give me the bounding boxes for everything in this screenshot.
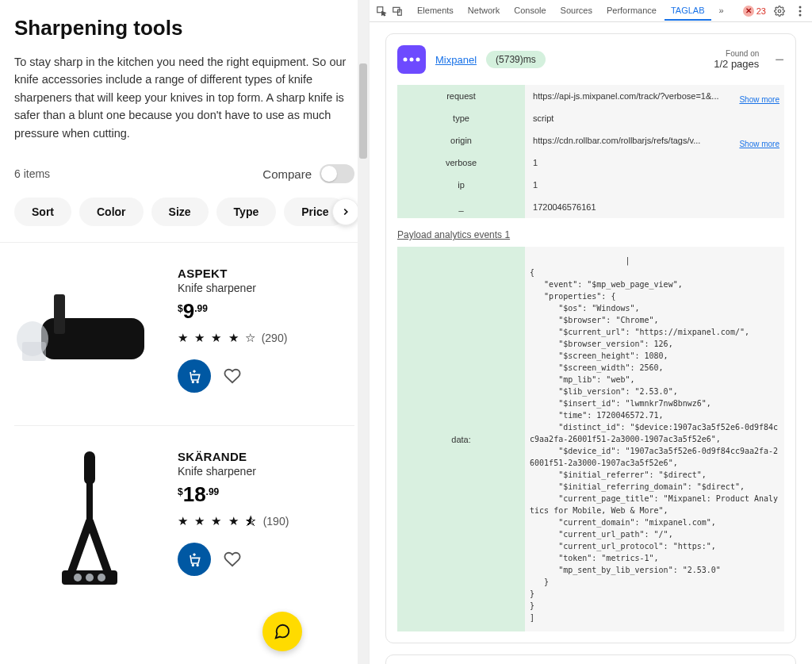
payload-events-link[interactable]: Payload analytics events 1 — [397, 229, 510, 240]
review-count: (190) — [263, 515, 289, 528]
tab-sources[interactable]: Sources — [554, 2, 599, 21]
favorite-button[interactable] — [222, 549, 243, 570]
timing-badge: (5739)ms — [486, 51, 546, 68]
tab-elements[interactable]: Elements — [411, 2, 460, 21]
product-price: $ 18 .99 — [178, 484, 354, 505]
product-card: SKÄRANDE Knife sharpener $ 18 .99 ★ ★ ★ … — [14, 426, 354, 608]
star-rating: ★ ★ ★ ★ ☆ — [178, 331, 257, 345]
compare-label: Compare — [262, 167, 312, 181]
device-toggle-icon[interactable] — [390, 4, 404, 18]
devtools-toolbar: Elements Network Console Sources Perform… — [370, 0, 812, 22]
compare-toggle[interactable] — [320, 164, 354, 183]
svg-point-9 — [74, 574, 82, 581]
page-description: To stay sharp in the kitchen you need th… — [14, 53, 354, 142]
svg-point-13 — [197, 565, 198, 566]
star-rating: ★ ★ ★ ★ ⯪ — [178, 514, 259, 528]
tracker-card-ga4: GA4 - G-6NLLN3BJ6F - page_view (5761)ms … — [385, 654, 796, 664]
table-row: typescript — [397, 107, 784, 129]
svg-point-4 — [193, 382, 194, 383]
heart-icon — [224, 551, 241, 568]
add-to-cart-button[interactable] — [178, 543, 211, 576]
show-more-link[interactable]: Show more — [739, 140, 779, 148]
show-more-link[interactable]: Show more — [739, 95, 779, 104]
tracker-card-mixpanel: Mixpanel (5739)ms Found on 1/2 pages − r… — [385, 33, 796, 643]
favorite-button[interactable] — [222, 366, 243, 386]
sharpener-vertical-icon — [30, 442, 149, 593]
tab-performance[interactable]: Performance — [600, 2, 663, 21]
product-image[interactable] — [14, 259, 165, 409]
svg-point-12 — [193, 565, 194, 566]
product-card: ASPEKT Knife sharpener $ 9 .99 ★ ★ ★ ★ ☆… — [14, 243, 354, 426]
item-count: 6 items — [14, 167, 50, 180]
product-subtitle: Knife sharpener — [178, 282, 354, 294]
error-icon: ✕ — [743, 6, 754, 17]
svg-point-20 — [799, 13, 802, 16]
mixpanel-icon — [397, 45, 426, 74]
add-to-cart-button[interactable] — [178, 359, 211, 393]
tab-taglab[interactable]: TAGLAB — [665, 2, 711, 21]
chat-button[interactable] — [262, 612, 302, 651]
cart-plus-icon — [186, 368, 202, 384]
svg-rect-3 — [22, 342, 46, 361]
chat-icon — [274, 623, 291, 640]
product-price: $ 9 .99 — [178, 301, 354, 321]
devtools-body: Mixpanel (5739)ms Found on 1/2 pages − r… — [370, 22, 812, 664]
more-icon[interactable] — [793, 4, 807, 18]
pages-count: 1/2 pages — [714, 58, 759, 70]
payload-row: data: | { "event": "$mp_web_page_view", … — [397, 247, 784, 631]
collapse-button[interactable]: − — [775, 51, 784, 69]
review-count: (290) — [262, 332, 288, 344]
product-name[interactable]: ASPEKT — [178, 267, 354, 280]
cart-plus-icon — [186, 551, 202, 567]
svg-point-22 — [410, 58, 414, 62]
request-info-table: requesthttps://api-js.mixpanel.com/track… — [397, 85, 784, 218]
svg-rect-6 — [84, 451, 95, 485]
card-title[interactable]: Mixpanel — [435, 54, 477, 66]
sharpener-horizontal-icon — [14, 286, 165, 382]
filter-row: Sort Color Size Type Price — [14, 198, 354, 226]
settings-icon[interactable] — [772, 4, 787, 18]
product-subtitle: Knife sharpener — [178, 465, 354, 478]
tabs-overflow[interactable]: » — [713, 2, 730, 21]
table-row: originhttps://cdn.rollbar.com/rollbarjs/… — [397, 129, 784, 152]
table-row: ip1 — [397, 174, 784, 196]
payload-json: | { "event": "$mp_web_page_view", "prope… — [525, 247, 784, 631]
error-count-badge[interactable]: ✕ 23 — [743, 6, 766, 17]
svg-point-10 — [86, 574, 94, 581]
svg-point-21 — [404, 58, 408, 62]
table-row: requesthttps://api-js.mixpanel.com/track… — [397, 85, 784, 107]
found-on-label: Found on — [714, 49, 759, 58]
filter-color[interactable]: Color — [79, 198, 144, 226]
heart-icon — [224, 367, 241, 385]
table-row: verbose1 — [397, 152, 784, 174]
filter-sort[interactable]: Sort — [14, 198, 71, 226]
svg-point-18 — [799, 6, 802, 8]
devtools-pane: Elements Network Console Sources Perform… — [370, 0, 812, 664]
scrollbar[interactable] — [358, 0, 369, 664]
filter-size[interactable]: Size — [151, 198, 209, 226]
svg-point-23 — [416, 58, 420, 62]
svg-point-5 — [197, 382, 198, 383]
table-row: _1720046576161 — [397, 196, 784, 218]
tab-console[interactable]: Console — [508, 2, 552, 21]
chevron-right-icon — [340, 206, 351, 217]
payload-key: data: — [397, 247, 525, 631]
page-title: Sharpening tools — [14, 16, 354, 40]
scrollbar-thumb[interactable] — [359, 63, 367, 159]
filters-scroll-right-button[interactable] — [332, 198, 359, 225]
svg-point-11 — [98, 574, 105, 581]
svg-point-17 — [778, 10, 781, 13]
product-name[interactable]: SKÄRANDE — [178, 450, 354, 463]
inspect-icon[interactable] — [374, 4, 389, 18]
product-image[interactable] — [14, 442, 165, 593]
tab-network[interactable]: Network — [462, 2, 506, 21]
svg-rect-1 — [54, 294, 65, 334]
product-listing-pane: Sharpening tools To stay sharp in the ki… — [0, 0, 370, 664]
filter-type[interactable]: Type — [216, 198, 277, 226]
svg-point-19 — [799, 10, 802, 12]
